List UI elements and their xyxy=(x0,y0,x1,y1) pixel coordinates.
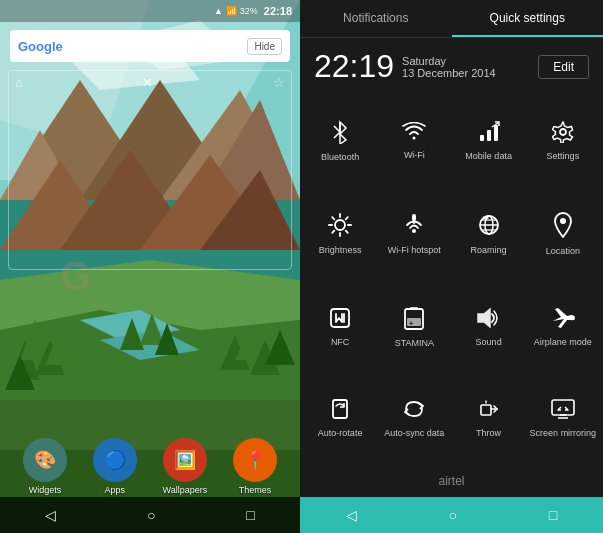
home-button-left[interactable]: ○ xyxy=(147,507,155,523)
home-icon[interactable]: ⌂ xyxy=(15,75,23,90)
roaming-label: Roaming xyxy=(471,245,507,256)
apps-icon: 🔵 xyxy=(93,438,137,482)
dock-item-apps[interactable]: 🔵 Apps xyxy=(93,438,137,495)
stamina-icon: + xyxy=(404,306,424,334)
back-button-right[interactable]: ◁ xyxy=(346,507,357,523)
time-block: 22:19 Saturday 13 December 2014 Edit xyxy=(300,38,603,91)
carrier-bar: airtel xyxy=(300,465,603,497)
panel-tabs: Notifications Quick settings xyxy=(300,0,603,38)
star-icon[interactable]: ☆ xyxy=(273,75,285,90)
svg-rect-67 xyxy=(333,400,347,418)
svg-point-40 xyxy=(335,220,345,230)
carrier-name: airtel xyxy=(438,474,464,488)
mobile-data-label: Mobile data xyxy=(465,151,512,162)
widget-area: ⌂ ✕ ☆ xyxy=(8,70,292,270)
throw-icon xyxy=(478,398,500,424)
right-panel: Notifications Quick settings 22:19 Satur… xyxy=(300,0,603,533)
svg-line-46 xyxy=(346,230,348,232)
search-bar[interactable]: Google Hide xyxy=(10,30,290,62)
wallpapers-label: Wallpapers xyxy=(163,485,208,495)
qs-settings[interactable]: Settings xyxy=(527,95,599,185)
svg-rect-73 xyxy=(552,400,574,415)
throw-label: Throw xyxy=(476,428,501,439)
wifi-icon xyxy=(402,122,426,146)
auto-rotate-icon xyxy=(329,398,351,424)
home-button-right[interactable]: ○ xyxy=(449,507,457,523)
nfc-label: NFC xyxy=(331,337,350,348)
qs-roaming[interactable]: Roaming xyxy=(453,187,525,279)
date-info: Saturday 13 December 2014 xyxy=(402,55,496,79)
dock-item-widgets[interactable]: 🎨 Widgets xyxy=(23,438,67,495)
qs-sync[interactable]: Auto-sync data xyxy=(378,373,450,461)
brightness-label: Brightness xyxy=(319,245,362,256)
edit-button[interactable]: Edit xyxy=(538,55,589,79)
right-nav-bar: ◁ ○ □ xyxy=(300,497,603,533)
mirror-icon xyxy=(551,398,575,424)
battery-text: 32% xyxy=(240,6,258,16)
settings-label: Settings xyxy=(547,151,580,162)
themes-label: Themes xyxy=(239,485,272,495)
svg-rect-37 xyxy=(494,125,498,141)
qs-throw[interactable]: Throw xyxy=(453,373,525,461)
tab-quick-settings[interactable]: Quick settings xyxy=(452,0,604,37)
svg-rect-50 xyxy=(412,214,416,221)
status-icons: ▲ 📶 32% xyxy=(214,6,258,16)
recent-button-left[interactable]: □ xyxy=(246,507,254,523)
recent-button-right[interactable]: □ xyxy=(549,507,557,523)
qs-auto-rotate[interactable]: Auto-rotate xyxy=(304,373,376,461)
widgets-label: Widgets xyxy=(29,485,62,495)
sound-icon xyxy=(477,307,501,333)
dock-item-wallpapers[interactable]: 🖼️ Wallpapers xyxy=(163,438,208,495)
settings-icon xyxy=(552,121,574,147)
status-time: 22:18 xyxy=(264,5,292,17)
qs-hotspot[interactable]: Wi-Fi hotspot xyxy=(378,187,450,279)
qs-nfc[interactable]: NFC xyxy=(304,281,376,371)
bluetooth-label: Bluetooth xyxy=(321,152,359,163)
qs-bluetooth[interactable]: Bluetooth xyxy=(304,95,376,185)
svg-text:+: + xyxy=(409,320,413,327)
svg-rect-68 xyxy=(481,405,491,415)
svg-marker-66 xyxy=(478,309,490,327)
google-logo: Google xyxy=(18,39,247,54)
svg-point-49 xyxy=(412,229,416,233)
qs-mirror[interactable]: Screen mirroring xyxy=(527,373,599,461)
auto-rotate-label: Auto-rotate xyxy=(318,428,363,439)
widgets-icon: 🎨 xyxy=(23,438,67,482)
location-icon xyxy=(553,212,573,242)
back-button-left[interactable]: ◁ xyxy=(45,507,56,523)
svg-rect-35 xyxy=(480,135,484,141)
stamina-label: STAMINA xyxy=(395,338,434,349)
mirror-label: Screen mirroring xyxy=(530,428,597,439)
svg-line-47 xyxy=(346,217,348,219)
left-panel: G ▲ 📶 32% 22:18 Google Hide ⌂ ✕ ☆ 🎨 Widg… xyxy=(0,0,300,533)
hide-button[interactable]: Hide xyxy=(247,38,282,55)
left-nav-bar: ◁ ○ □ xyxy=(0,497,300,533)
airplane-label: Airplane mode xyxy=(534,337,592,348)
dock: 🎨 Widgets 🔵 Apps 🖼️ Wallpapers 📍 Themes xyxy=(0,438,300,495)
qs-wifi[interactable]: Wi-Fi xyxy=(378,95,450,185)
date-day: Saturday xyxy=(402,55,496,67)
dock-item-themes[interactable]: 📍 Themes xyxy=(233,438,277,495)
svg-point-59 xyxy=(560,218,566,224)
svg-rect-36 xyxy=(487,130,491,141)
qs-mobile-data[interactable]: Mobile data xyxy=(453,95,525,185)
svg-line-48 xyxy=(332,230,334,232)
wifi-label: Wi-Fi xyxy=(404,150,425,161)
tab-notifications[interactable]: Notifications xyxy=(300,0,452,37)
wifi-status-icon: 📶 xyxy=(226,6,237,16)
signal-icon: ▲ xyxy=(214,6,223,16)
qs-airplane[interactable]: Airplane mode xyxy=(527,281,599,371)
qs-stamina[interactable]: + STAMINA xyxy=(378,281,450,371)
hotspot-icon xyxy=(402,213,426,241)
sound-label: Sound xyxy=(476,337,502,348)
svg-rect-63 xyxy=(410,307,418,310)
svg-point-39 xyxy=(560,129,566,135)
close-icon[interactable]: ✕ xyxy=(142,75,153,90)
qs-location[interactable]: Location xyxy=(527,187,599,279)
qs-sound[interactable]: Sound xyxy=(453,281,525,371)
svg-line-45 xyxy=(332,217,334,219)
qs-brightness[interactable]: Brightness xyxy=(304,187,376,279)
airplane-icon xyxy=(551,307,575,333)
brightness-icon xyxy=(328,213,352,241)
status-bar: ▲ 📶 32% 22:18 xyxy=(0,0,300,22)
